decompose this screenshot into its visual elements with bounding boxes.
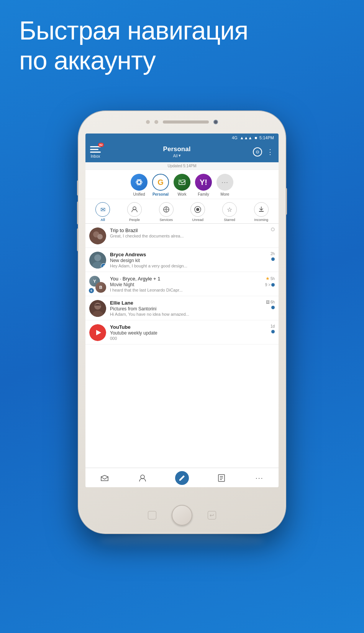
email-item[interactable]: YouTube Youtube weekly update 000 1d [85, 320, 279, 345]
more-label: More [221, 192, 230, 196]
signal-bars: ▲▲▲ [240, 135, 253, 140]
email-list: Trip to Brazil Great, I checked the docu… [85, 224, 279, 345]
email-meta: ★ 5h 9 > [265, 276, 275, 287]
power-button [285, 188, 287, 215]
email-sender: Trip to Brazil [110, 227, 267, 233]
services-filter-icon [159, 202, 174, 217]
email-subject: Pictures from Santorini [110, 306, 262, 312]
email-meta: 🖼 6h [266, 300, 275, 309]
email-preview: Great, I checked the documents alrea... [110, 234, 267, 238]
svg-point-8 [166, 209, 167, 210]
phone-dot-2 [154, 120, 158, 124]
email-preview: I heard that the last Leonardo DiCapr... [110, 288, 261, 292]
email-preview: 000 [110, 336, 267, 341]
starred-filter-label: Starred [224, 218, 235, 222]
all-filter-icon: ✉ [95, 202, 110, 217]
family-label: Family [198, 192, 209, 196]
email-item[interactable]: Trip to Brazil Great, I checked the docu… [85, 224, 279, 248]
nav-more[interactable]: ··· [254, 472, 265, 484]
unread-filter-icon [190, 202, 205, 217]
account-tab-more[interactable]: ··· More [215, 174, 235, 196]
nav-tasks[interactable] [216, 472, 227, 484]
family-account-icon: Y! [195, 174, 212, 191]
more-options-button[interactable]: ⋮ [267, 148, 274, 156]
avatar [89, 300, 106, 317]
nav-inbox[interactable] [99, 472, 110, 484]
search-icon: ⊖ [256, 149, 259, 155]
unread-dot [271, 330, 275, 333]
email-sender: Bryce Andrews [110, 252, 267, 257]
header-actions: ⊖ ⋮ [253, 147, 274, 157]
clock: 5:14PM [259, 135, 274, 140]
status-bar: 4G ▲▲▲ ■ 5:14PM [85, 134, 279, 142]
filter-tab-unread[interactable]: Unread [182, 202, 214, 222]
account-tab-unified[interactable]: Unified [129, 174, 149, 196]
battery-indicator: ■ [254, 135, 257, 140]
inbox-nav-icon [99, 472, 110, 484]
recent-apps-button[interactable] [148, 511, 156, 519]
inbox-badge: 82 [98, 143, 104, 147]
unread-filter-label: Unread [192, 218, 204, 222]
filter-tab-starred[interactable]: ☆ Starred [214, 202, 246, 222]
email-item[interactable]: 2 Bryce Andrews New design kit Hey Adam,… [85, 248, 279, 272]
phone-speaker [163, 120, 209, 124]
filter-tab-incoming[interactable]: Incoming [245, 202, 277, 222]
email-meta: 1d [271, 324, 275, 333]
phone-device: 4G ▲▲▲ ■ 5:14PM 82 Inbox [79, 111, 285, 549]
nav-contacts[interactable] [137, 472, 148, 484]
personal-account-icon: G [152, 174, 169, 191]
account-tab-personal[interactable]: G Personal [151, 174, 171, 196]
filter-tab-all[interactable]: ✉ All [87, 202, 119, 222]
headline-line2: по аккаунту [19, 45, 248, 75]
email-item[interactable]: Y B 6 You · Bryce, Argyle + 1 Movie Nigh… [85, 272, 279, 296]
all-filter-label: All [101, 218, 105, 222]
headline-line1: Быстрая навигация [19, 15, 248, 45]
email-preview: Hey Adam, I bought a very good design... [110, 264, 267, 268]
phone-top-bar [146, 120, 218, 124]
phone-screen: 4G ▲▲▲ ■ 5:14PM 82 Inbox [85, 134, 279, 487]
svg-point-19 [94, 254, 101, 261]
star-icon: ★ [266, 276, 270, 281]
avatar [89, 227, 106, 244]
inbox-nav[interactable]: 82 Inbox [90, 145, 101, 158]
contacts-nav-icon [137, 472, 148, 484]
unread-dot [271, 306, 275, 309]
svg-point-14 [196, 208, 199, 211]
email-content: Ellie Lane Pictures from Santorini Hi Ad… [110, 300, 262, 316]
updated-bar: Updated 5:14PM [85, 162, 279, 170]
services-filter-label: Services [159, 218, 173, 222]
email-content: Trip to Brazil Great, I checked the docu… [110, 227, 267, 238]
nav-compose[interactable] [175, 471, 189, 485]
thread-count: 9 > [265, 283, 271, 287]
network-indicator: 4G [232, 135, 238, 140]
inbox-label: Inbox [91, 154, 100, 158]
email-meta: 2h [271, 252, 275, 261]
unread-dot [271, 257, 275, 261]
email-preview: Hi Adam, You have no idea how amazed... [110, 312, 262, 316]
unread-count-badge: 2 [101, 263, 106, 269]
phone-shell: 4G ▲▲▲ ■ 5:14PM 82 Inbox [79, 111, 285, 533]
account-tabs: Unified G Personal [85, 170, 279, 199]
compose-nav-icon [175, 471, 189, 485]
filter-tab-services[interactable]: Services [150, 202, 182, 222]
image-attachment-icon: 🖼 [266, 300, 270, 304]
home-button[interactable] [172, 505, 192, 526]
search-button[interactable]: ⊖ [253, 147, 262, 157]
work-account-icon: Ol [174, 174, 190, 191]
email-item[interactable]: Ellie Lane Pictures from Santorini Hi Ad… [85, 296, 279, 320]
personal-label: Personal [152, 192, 169, 196]
email-time: 6h [271, 300, 275, 304]
header-title: Personal [163, 145, 191, 153]
account-tab-family[interactable]: Y! Family [193, 174, 213, 196]
volume-up-button [77, 201, 79, 224]
incoming-filter-icon [254, 202, 269, 217]
header-account-selector[interactable]: Personal All ▾ [163, 145, 191, 158]
people-filter-label: People [129, 218, 140, 222]
svg-point-22 [94, 303, 101, 310]
email-sender: You · Bryce, Argyle + 1 [110, 276, 261, 282]
email-content: YouTube Youtube weekly update 000 [110, 324, 267, 341]
back-button[interactable]: ↩ [208, 511, 216, 519]
account-tab-work[interactable]: Ol Work [172, 174, 192, 196]
filter-tab-people[interactable]: People [119, 202, 151, 222]
volume-silent-button [77, 180, 79, 196]
